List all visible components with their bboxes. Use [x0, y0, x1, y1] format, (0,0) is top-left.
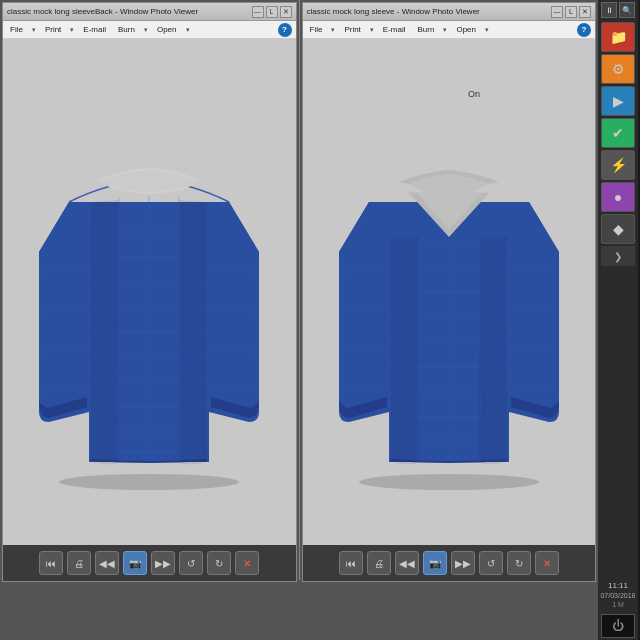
sidebar-search-btn[interactable]: 🔍 [619, 2, 635, 18]
back-start-btn-1[interactable]: ⏮ [39, 551, 63, 575]
help-btn-1[interactable]: ? [278, 23, 292, 37]
rotate-right-btn-2[interactable]: ↻ [507, 551, 531, 575]
title-buttons-1: — L ✕ [252, 6, 292, 18]
minimize-btn-2[interactable]: — [551, 6, 563, 18]
slideshow-btn-1[interactable]: 📷 [123, 551, 147, 575]
right-sidebar: ⏸ 🔍 📁 ⚙ ▶ ✔ ⚡ ● ◆ ❯ 11:11 07/03/2018 1 M… [598, 0, 638, 640]
file-menu-2[interactable]: File [307, 24, 326, 35]
window-divider [299, 0, 300, 580]
menu-bar-2: File ▾ Print ▾ E-mail Burn ▾ Open ▾ ? [303, 21, 596, 39]
back-start-btn-2[interactable]: ⏮ [339, 551, 363, 575]
pause-btn[interactable]: ⏸ [601, 2, 617, 18]
sidebar-time: 11:11 [608, 581, 628, 590]
print-btn-2[interactable]: 🖨 [367, 551, 391, 575]
svg-point-22 [359, 474, 539, 490]
on-label: On [468, 89, 480, 99]
window-title-1: classic mock long sleeveBack - Window Ph… [7, 7, 198, 16]
burn-menu-2[interactable]: Burn [415, 24, 438, 35]
next-btn-2[interactable]: ▶▶ [451, 551, 475, 575]
sidebar-icon-purple[interactable]: ● [601, 182, 635, 212]
prev-btn-1[interactable]: ◀◀ [95, 551, 119, 575]
sidebar-version: 1 M [612, 601, 624, 608]
help-btn-2[interactable]: ? [577, 23, 591, 37]
delete-btn-1[interactable]: ✕ [235, 551, 259, 575]
menu-bar-1: File ▾ Print ▾ E-mail Burn ▾ Open ▾ ? [3, 21, 296, 39]
close-btn-1[interactable]: ✕ [280, 6, 292, 18]
sidebar-icon-green[interactable]: ✔ [601, 118, 635, 148]
svg-point-0 [59, 474, 239, 490]
main-container: classic mock long sleeveBack - Window Ph… [0, 0, 640, 640]
windows-area: classic mock long sleeveBack - Window Ph… [0, 0, 598, 640]
maximize-btn-2[interactable]: L [565, 6, 577, 18]
email-menu-1[interactable]: E-mail [80, 24, 109, 35]
sidebar-expand-arrow[interactable]: ❯ [601, 246, 635, 266]
delete-btn-2[interactable]: ✕ [535, 551, 559, 575]
sidebar-icon-blue[interactable]: ▶ [601, 86, 635, 116]
title-bar-2: classic mock long sleeve - Window Photo … [303, 3, 596, 21]
sidebar-top-controls: ⏸ 🔍 [601, 2, 635, 18]
bottom-toolbar-2: ⏮ 🖨 ◀◀ 📷 ▶▶ ↺ ↻ ✕ [303, 545, 596, 581]
print-menu-1[interactable]: Print [42, 24, 64, 35]
rotate-left-btn-1[interactable]: ↺ [179, 551, 203, 575]
image-area-2 [303, 39, 596, 545]
title-bar-1: classic mock long sleeveBack - Window Ph… [3, 3, 296, 21]
sidebar-power-btn[interactable]: ⏻ [601, 614, 635, 638]
next-btn-1[interactable]: ▶▶ [151, 551, 175, 575]
photo-window-2: classic mock long sleeve - Window Photo … [302, 2, 597, 582]
file-menu-1[interactable]: File [7, 24, 26, 35]
sidebar-icon-gray[interactable]: ◆ [601, 214, 635, 244]
open-menu-2[interactable]: Open [453, 24, 479, 35]
sidebar-icon-red[interactable]: 📁 [601, 22, 635, 52]
rotate-right-btn-1[interactable]: ↻ [207, 551, 231, 575]
sidebar-icon-gear[interactable]: ⚡ [601, 150, 635, 180]
slideshow-btn-2[interactable]: 📷 [423, 551, 447, 575]
photo-window-1: classic mock long sleeveBack - Window Ph… [2, 2, 297, 582]
open-menu-1[interactable]: Open [154, 24, 180, 35]
print-btn-1[interactable]: 🖨 [67, 551, 91, 575]
bottom-toolbar-1: ⏮ 🖨 ◀◀ 📷 ▶▶ ↺ ↻ ✕ [3, 545, 296, 581]
sidebar-date: 07/03/2018 [600, 592, 635, 599]
rotate-left-btn-2[interactable]: ↺ [479, 551, 503, 575]
prev-btn-2[interactable]: ◀◀ [395, 551, 419, 575]
sidebar-icon-orange[interactable]: ⚙ [601, 54, 635, 84]
burn-menu-1[interactable]: Burn [115, 24, 138, 35]
title-buttons-2: — L ✕ [551, 6, 591, 18]
minimize-btn-1[interactable]: — [252, 6, 264, 18]
email-menu-2[interactable]: E-mail [380, 24, 409, 35]
print-menu-2[interactable]: Print [341, 24, 363, 35]
maximize-btn-1[interactable]: L [266, 6, 278, 18]
shirt-svg-back [29, 92, 269, 492]
window-title-2: classic mock long sleeve - Window Photo … [307, 7, 480, 16]
shirt-svg-front [329, 92, 569, 492]
close-btn-2[interactable]: ✕ [579, 6, 591, 18]
image-area-1 [3, 39, 296, 545]
